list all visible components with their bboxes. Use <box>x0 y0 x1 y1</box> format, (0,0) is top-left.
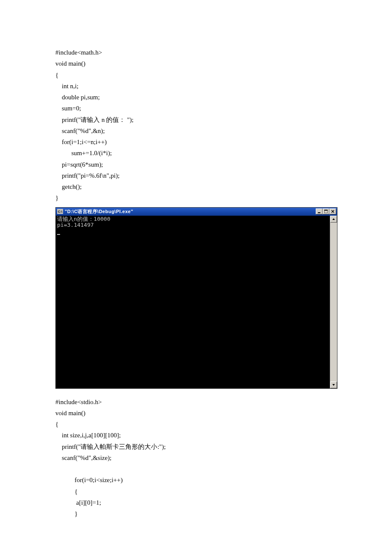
code-line: { <box>55 72 58 78</box>
svg-marker-6 <box>332 384 335 386</box>
code-line: int n,i; <box>55 83 78 90</box>
code-block-2: #include<stdio.h> void main() { int size… <box>55 396 337 520</box>
code-line: #include<math.h> <box>55 49 102 56</box>
code-line: { <box>55 421 58 428</box>
code-line: printf("请输入帕斯卡三角形的大小:"); <box>55 443 166 450</box>
console-line: 请输入n的值：10000 <box>57 216 110 222</box>
code-line: } <box>55 510 78 517</box>
close-icon <box>331 210 334 213</box>
console-output[interactable]: 请输入n的值：10000 pi=3.141497 <box>56 216 330 388</box>
scroll-down-button[interactable] <box>330 382 337 388</box>
code-block-1: #include<math.h> void main() { int n,i; … <box>55 47 337 204</box>
document-page: #include<math.h> void main() { int n,i; … <box>0 0 392 555</box>
code-line: int size,i,j,a[100][100]; <box>55 432 121 439</box>
code-line: printf("请输入 n 的值： "); <box>55 116 133 123</box>
code-line: sum+=1.0/(i*i); <box>55 150 112 156</box>
maximize-button[interactable] <box>323 208 329 214</box>
code-line: scanf("%d",&n); <box>55 127 105 134</box>
code-line: double pi,sum; <box>55 94 100 101</box>
code-line: a[i][0]=1; <box>55 499 101 506</box>
console-window: C:\ "D:\C语言程序\Debug\PI.exe" 请输入n的值：10000… <box>55 207 337 389</box>
code-line: scanf("%d",&size); <box>55 454 112 461</box>
code-line: getch(); <box>55 183 82 190</box>
console-body: 请输入n的值：10000 pi=3.141497 <box>56 216 337 388</box>
code-line: printf("pi=%.6f\n",pi); <box>55 172 120 179</box>
svg-marker-5 <box>332 218 335 220</box>
code-line: } <box>55 194 58 201</box>
maximize-icon <box>324 210 328 213</box>
chevron-down-icon <box>332 383 335 387</box>
code-line: for(i=1;i<=n;i++) <box>55 139 107 145</box>
app-icon: C:\ <box>57 209 63 214</box>
minimize-button[interactable] <box>316 208 323 214</box>
svg-rect-2 <box>324 210 328 211</box>
code-line: void main() <box>55 60 85 67</box>
code-line: #include<stdio.h> <box>55 399 102 405</box>
code-line: void main() <box>55 410 85 416</box>
code-line: pi=sqrt(6*sum); <box>55 161 103 168</box>
code-line: { <box>55 488 78 495</box>
minimize-icon <box>317 210 321 213</box>
code-line: for(i=0;i<size;i++) <box>55 477 123 483</box>
chevron-up-icon <box>332 217 335 221</box>
console-line: pi=3.141497 <box>57 222 94 228</box>
close-button[interactable] <box>329 208 336 214</box>
scroll-up-button[interactable] <box>330 216 337 223</box>
titlebar-left: C:\ "D:\C语言程序\Debug\PI.exe" <box>57 208 133 215</box>
svg-rect-0 <box>318 212 320 213</box>
window-controls <box>316 208 336 214</box>
scroll-track[interactable] <box>330 223 337 382</box>
cursor <box>57 234 60 235</box>
vertical-scrollbar[interactable] <box>330 216 337 388</box>
code-line: sum=0; <box>55 105 81 112</box>
window-titlebar[interactable]: C:\ "D:\C语言程序\Debug\PI.exe" <box>56 208 337 216</box>
window-title: "D:\C语言程序\Debug\PI.exe" <box>65 208 133 215</box>
